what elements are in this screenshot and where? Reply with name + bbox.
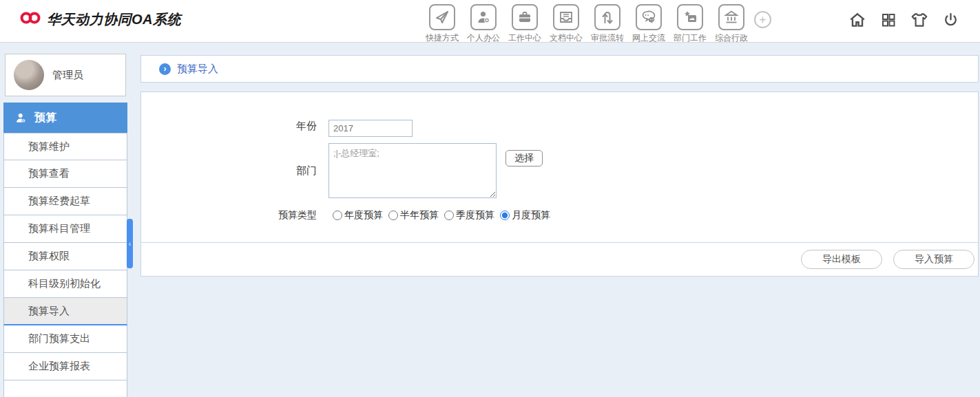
topbar: 华天动力协同OA系统 快捷方式 个人办公 工作中心 文档中心: [0, 0, 980, 43]
year-row: 年份: [141, 120, 978, 137]
power-icon: [942, 12, 959, 29]
chevron-left-icon: ‹: [129, 240, 131, 248]
radio-label: 月度预算: [512, 209, 550, 222]
nav-item-work-center[interactable]: 工作中心: [504, 4, 545, 44]
star-dashboard-icon: [677, 4, 703, 30]
plus-icon: +: [760, 14, 767, 25]
radio-label: 季度预算: [456, 209, 494, 222]
budget-type-radio-group: 年度预算 半年预算 季度预算 月度预算: [333, 209, 556, 222]
home-button[interactable]: [848, 11, 866, 29]
sidebar-collapse-handle[interactable]: ‹: [127, 219, 133, 268]
briefcase-icon: [512, 4, 538, 30]
breadcrumb-arrow-icon: ›: [159, 63, 171, 75]
page-content: 管理员 预算 预算维护 预算查看 预算经费起草 预算科目管理 预算权限 科目级别…: [0, 43, 980, 397]
department-row: 部门 ;|-总经理室; 选择: [141, 143, 978, 198]
logout-button[interactable]: [942, 11, 959, 29]
user-card[interactable]: 管理员: [5, 54, 126, 96]
radio-label: 年度预算: [344, 209, 383, 222]
nav-item-document-center[interactable]: 文档中心: [545, 4, 587, 44]
main-area: › 预算导入 年份 部门 ;|-总经理室; 选择 预算类型 年度预算: [140, 43, 979, 277]
theme-button[interactable]: [910, 11, 928, 29]
radio-quarter-input[interactable]: [444, 211, 454, 220]
user-name: 管理员: [52, 69, 83, 82]
department-label: 部门: [141, 164, 317, 178]
plus-circle-button[interactable]: +: [754, 11, 771, 28]
sidebar-item-label: 企业预算报表: [28, 360, 90, 373]
breadcrumb: › 预算导入: [140, 55, 979, 83]
apps-grid-button[interactable]: [880, 11, 897, 29]
budget-type-label: 预算类型: [141, 209, 317, 222]
sidebar-item-label: 预算导入: [28, 305, 70, 318]
year-label: 年份: [141, 120, 317, 137]
export-template-button[interactable]: 导出模板: [801, 250, 882, 269]
sidebar-section-title: 预算: [34, 111, 56, 125]
logo-text: 华天动力协同OA系统: [47, 10, 181, 29]
budget-import-form: 年份 部门 ;|-总经理室; 选择 预算类型 年度预算 半年预算 季度预算 月度…: [141, 92, 978, 242]
paper-plane-icon: [429, 4, 455, 30]
arrows-up-down-icon: [594, 4, 621, 30]
page-title: 预算导入: [177, 63, 218, 76]
year-input[interactable]: [329, 120, 413, 137]
user-avatar: [14, 60, 44, 90]
sidebar-item-budget-subject-manage[interactable]: 预算科目管理: [3, 215, 127, 243]
sidebar-item-budget-permission[interactable]: 预算权限: [3, 243, 127, 270]
document-tray-icon: [553, 4, 579, 30]
sidebar-item-label: 预算维护: [28, 140, 70, 153]
app-logo: 华天动力协同OA系统: [19, 10, 181, 29]
select-department-button[interactable]: 选择: [505, 150, 543, 167]
logo-infinity-icon: [19, 10, 41, 29]
sidebar-item-label: 预算查看: [28, 167, 70, 180]
sidebar-item-budget-expense-draft[interactable]: 预算经费起草: [3, 188, 127, 215]
nav-item-shortcuts[interactable]: 快捷方式: [421, 4, 463, 44]
sidebar-item-label: 科目级别初始化: [28, 277, 101, 290]
radio-annual-budget[interactable]: 年度预算: [333, 209, 383, 222]
sidebar-item-company-budget-report[interactable]: 企业预算报表: [3, 353, 127, 380]
panel-footer: 导出模板 导入预算: [141, 242, 978, 276]
sidebar-section-header[interactable]: 预算: [3, 103, 127, 133]
import-budget-button[interactable]: 导入预算: [893, 250, 974, 269]
sidebar-item-label: 预算科目管理: [28, 222, 90, 235]
nav-item-online-communication[interactable]: 网上交流: [628, 4, 669, 44]
budget-person-icon: [14, 111, 28, 125]
chat-bubbles-icon: [636, 4, 662, 30]
sidebar-item-dept-budget-spend[interactable]: 部门预算支出: [3, 325, 127, 353]
radio-month-budget[interactable]: 月度预算: [500, 209, 550, 222]
radio-annual-input[interactable]: [333, 211, 342, 220]
sidebar-item-partial[interactable]: [3, 380, 127, 397]
sidebar-item-budget-view[interactable]: 预算查看: [3, 160, 127, 188]
nav-item-administration[interactable]: 综合行政: [711, 4, 752, 44]
person-plus-icon: [470, 4, 497, 30]
sidebar-menu: 预算维护 预算查看 预算经费起草 预算科目管理 预算权限 科目级别初始化 预算导…: [3, 133, 127, 397]
sidebar-item-budget-import[interactable]: 预算导入: [3, 298, 127, 325]
sidebar-item-subject-level-init[interactable]: 科目级别初始化: [3, 270, 127, 298]
bank-icon: [718, 4, 744, 30]
topbar-right-icons: [848, 11, 959, 29]
radio-quarter-budget[interactable]: 季度预算: [444, 209, 494, 222]
nav-item-personal-office[interactable]: 个人办公: [463, 4, 504, 44]
radio-month-input[interactable]: [500, 211, 510, 220]
nav-item-approval-flow[interactable]: 审批流转: [587, 4, 628, 44]
radio-halfyear-input[interactable]: [388, 211, 398, 220]
nav-item-department-work[interactable]: 部门工作: [669, 4, 711, 44]
sidebar-item-label: 预算权限: [28, 250, 70, 263]
radio-label: 半年预算: [400, 209, 439, 222]
top-navigation: 快捷方式 个人办公 工作中心 文档中心 审批流转: [421, 4, 752, 44]
budget-import-panel: 年份 部门 ;|-总经理室; 选择 预算类型 年度预算 半年预算 季度预算 月度…: [140, 92, 979, 277]
sidebar: 管理员 预算 预算维护 预算查看 预算经费起草 预算科目管理 预算权限 科目级别…: [0, 43, 138, 397]
home-icon: [848, 11, 866, 29]
grid-icon: [880, 12, 897, 28]
tshirt-icon: [910, 11, 928, 29]
sidebar-item-label: 预算经费起草: [28, 195, 90, 208]
department-textarea[interactable]: ;|-总经理室;: [329, 143, 497, 198]
sidebar-item-label: 部门预算支出: [28, 332, 90, 345]
budget-type-row: 预算类型 年度预算 半年预算 季度预算 月度预算: [141, 209, 978, 222]
sidebar-item-budget-maintain[interactable]: 预算维护: [3, 133, 127, 160]
radio-halfyear-budget[interactable]: 半年预算: [388, 209, 439, 222]
